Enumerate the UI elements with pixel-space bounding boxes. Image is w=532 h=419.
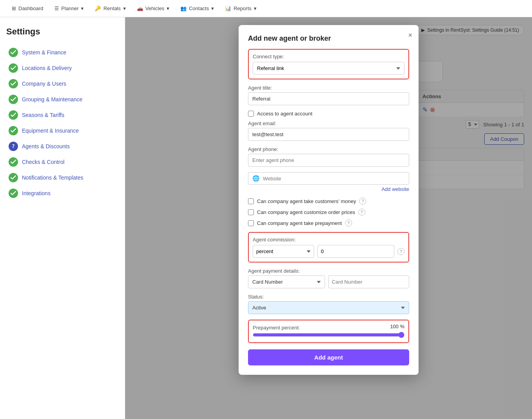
sidebar-item-notifications[interactable]: Notifications & Templates: [6, 170, 119, 185]
customize-prices-label: Can company agent customize order prices: [257, 209, 355, 215]
take-prepayment-help-icon[interactable]: ?: [345, 219, 352, 227]
check-icon-agents: 7: [9, 142, 18, 151]
add-agent-button[interactable]: Add agent: [248, 349, 409, 365]
agent-email-input[interactable]: [248, 128, 409, 141]
agent-phone-label: Agent phone:: [248, 146, 409, 152]
reports-arrow-icon: ▾: [254, 5, 257, 11]
rentals-arrow-icon: ▾: [123, 5, 126, 11]
nav-rentals[interactable]: 🔑 Rentals ▾: [89, 0, 131, 17]
dashboard-icon: ⊞: [12, 5, 16, 11]
access-checkbox[interactable]: [248, 111, 254, 117]
sidebar-item-equipment[interactable]: Equipment & Insurance: [6, 123, 119, 138]
nav-planner[interactable]: ☰ Planner ▾: [49, 0, 90, 17]
commission-help-icon[interactable]: ?: [397, 248, 404, 255]
payment-row: Card Number IBAN PayPal: [248, 275, 409, 288]
nav-vehicles[interactable]: 🚗 Vehicles ▾: [131, 0, 175, 17]
agent-phone-group: Agent phone:: [248, 146, 409, 167]
check-icon-equipment: [9, 126, 18, 135]
add-website-link[interactable]: Add website: [248, 186, 409, 192]
sidebar-label-checks: Checks & Control: [22, 159, 65, 165]
agents-badge: 7: [12, 144, 15, 149]
connect-type-label: Connect type:: [253, 54, 404, 59]
status-group: Status: Active Inactive: [248, 294, 409, 314]
sidebar-item-company-users[interactable]: Company & Users: [6, 76, 119, 92]
nav-vehicles-label: Vehicles: [146, 5, 164, 11]
prepayment-slider-wrap: [253, 332, 404, 339]
contacts-icon: 👥: [180, 5, 187, 11]
sidebar-item-seasons[interactable]: Seasons & Tariffs: [6, 107, 119, 123]
reports-icon: 📊: [225, 5, 231, 11]
agent-title-label: Agent title:: [248, 85, 409, 91]
sidebar-label-system-finance: System & Finance: [22, 49, 66, 56]
check-icon-company: [9, 79, 18, 88]
sidebar-label-integrations: Integrations: [22, 190, 50, 196]
agent-email-group: Agent email:: [248, 120, 409, 141]
status-select[interactable]: Active Inactive: [248, 301, 409, 314]
modal-overlay: Add new agent or broker × Connect type: …: [125, 17, 532, 419]
sidebar-label-agents: Agents & Discounts: [22, 143, 70, 149]
rentals-icon: 🔑: [95, 5, 101, 11]
customize-prices-checkbox[interactable]: [248, 209, 254, 215]
access-label: Access to agent account: [257, 111, 313, 117]
add-agent-modal: Add new agent or broker × Connect type: …: [239, 25, 419, 375]
prepayment-box: Prepayment percent: 100 %: [248, 320, 409, 343]
modal-title: Add new agent or broker: [248, 34, 409, 43]
commission-type-select[interactable]: percent fixed: [253, 245, 314, 258]
planner-arrow-icon: ▾: [81, 5, 84, 11]
website-group: 🌐 Add website: [248, 172, 409, 192]
sidebar-item-checks[interactable]: Checks & Control: [6, 154, 119, 170]
payment-type-select[interactable]: Card Number IBAN PayPal: [248, 275, 325, 288]
website-input[interactable]: [263, 176, 405, 182]
sidebar-label-equipment: Equipment & Insurance: [22, 128, 79, 134]
sidebar-item-grouping[interactable]: Grouping & Maintenance: [6, 92, 119, 107]
status-label: Status:: [248, 294, 409, 300]
nav-reports-label: Reports: [234, 5, 252, 11]
prepayment-label: Prepayment percent:: [253, 325, 300, 331]
sidebar-item-integrations[interactable]: Integrations: [6, 185, 119, 201]
check-icon-integrations: [9, 189, 18, 198]
agent-email-label: Agent email:: [248, 120, 409, 126]
nav-contacts[interactable]: 👥 Contacts ▾: [175, 0, 219, 17]
take-prepayment-checkbox[interactable]: [248, 220, 254, 226]
sidebar-label-seasons: Seasons & Tariffs: [22, 112, 64, 118]
vehicles-arrow-icon: ▾: [167, 5, 169, 11]
main-content: ▶ Settings in RentSyst: Settings Guide (…: [125, 17, 532, 419]
take-prepayment-row: Can company agent take prepayment ?: [248, 219, 409, 227]
payment-details-label: Agent payment details:: [248, 268, 409, 274]
sidebar-item-agents[interactable]: 7 Agents & Discounts: [6, 138, 119, 154]
check-icon-grouping: [9, 95, 18, 104]
nav-contacts-label: Contacts: [189, 5, 209, 11]
sidebar-label-company-users: Company & Users: [22, 81, 66, 87]
check-icon-checks: [9, 157, 18, 167]
nav-dashboard[interactable]: ⊞ Dashboard: [6, 0, 49, 17]
commission-value-input[interactable]: [317, 245, 394, 258]
sidebar-item-locations[interactable]: Locations & Delivery: [6, 60, 119, 76]
nav-rentals-label: Rentals: [103, 5, 120, 11]
take-money-label: Can company agent take customers' money: [257, 198, 356, 204]
planner-icon: ☰: [54, 5, 59, 11]
sidebar-title: Settings: [6, 27, 119, 37]
customize-prices-row: Can company agent customize order prices…: [248, 209, 409, 216]
agent-title-input[interactable]: [248, 92, 409, 105]
top-navigation: ⊞ Dashboard ☰ Planner ▾ 🔑 Rentals ▾ 🚗 Ve…: [0, 0, 532, 17]
nav-reports[interactable]: 📊 Reports ▾: [219, 0, 262, 17]
access-checkbox-row: Access to agent account: [248, 111, 409, 117]
take-money-help-icon[interactable]: ?: [359, 198, 366, 205]
connect-type-select[interactable]: Referral link Direct API: [253, 62, 404, 75]
commission-label: Agent commission:: [253, 237, 404, 243]
agent-title-group: Agent title:: [248, 85, 409, 105]
nav-dashboard-label: Dashboard: [18, 5, 43, 11]
vehicles-icon: 🚗: [137, 5, 143, 11]
website-row: 🌐: [248, 172, 409, 185]
modal-close-button[interactable]: ×: [408, 31, 412, 40]
commission-row: percent fixed ?: [253, 245, 404, 258]
agent-phone-input[interactable]: [248, 154, 409, 167]
sidebar-item-system-finance[interactable]: System & Finance: [6, 45, 119, 60]
check-icon-seasons: [9, 110, 18, 120]
prepayment-slider[interactable]: [253, 332, 404, 338]
take-money-checkbox[interactable]: [248, 198, 254, 204]
customize-prices-help-icon[interactable]: ?: [358, 209, 365, 216]
payment-number-input[interactable]: [328, 275, 409, 288]
sidebar-label-grouping: Grouping & Maintenance: [22, 96, 83, 103]
check-icon-locations: [9, 63, 18, 73]
